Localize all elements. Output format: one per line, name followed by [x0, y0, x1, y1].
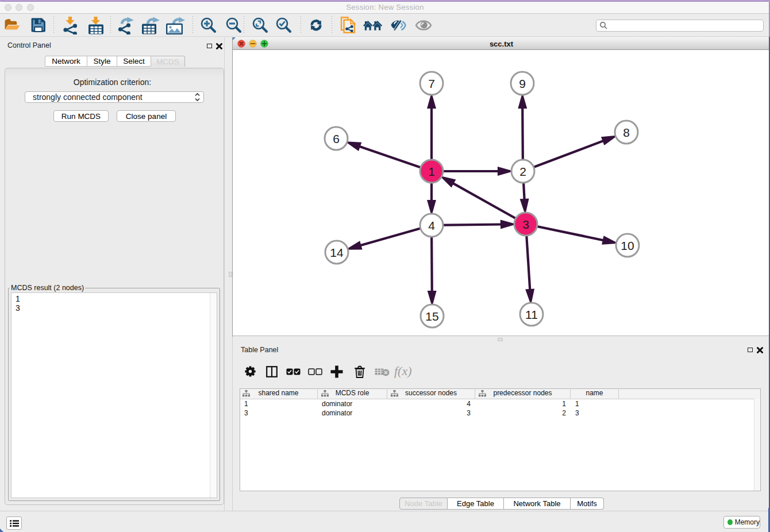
svg-text:15: 15: [425, 310, 438, 323]
svg-text:11: 11: [525, 308, 538, 321]
svg-text:14: 14: [330, 246, 344, 259]
svg-text:8: 8: [623, 126, 630, 139]
svg-text:9: 9: [519, 77, 526, 90]
svg-text:2: 2: [519, 165, 526, 178]
svg-text:10: 10: [621, 239, 634, 252]
svg-text:7: 7: [428, 77, 435, 90]
svg-text:6: 6: [333, 132, 340, 145]
svg-text:1: 1: [428, 165, 435, 178]
svg-text:4: 4: [428, 219, 435, 232]
svg-text:3: 3: [522, 218, 529, 231]
